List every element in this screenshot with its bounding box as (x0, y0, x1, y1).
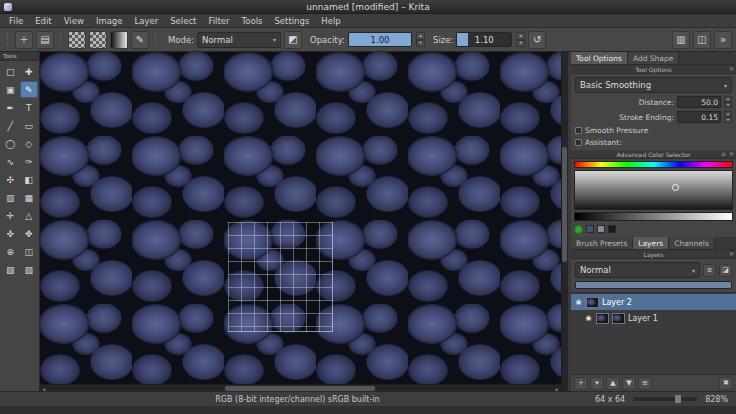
menu-filter[interactable]: Filter (202, 14, 235, 27)
menu-file[interactable]: File (3, 14, 29, 27)
history-color-swatch[interactable] (597, 225, 605, 233)
zoom-slider-thumb[interactable] (675, 395, 681, 403)
layers-dock-header[interactable]: Layers ✕ (571, 250, 736, 259)
rectangle-tool-icon[interactable]: ▭ (20, 117, 39, 134)
toolbar-overflow-button[interactable]: » (714, 31, 732, 49)
vertical-scrollbar[interactable] (561, 52, 568, 391)
spin-down-icon[interactable]: ▾ (724, 117, 732, 123)
assistant-tool-icon[interactable]: △ (20, 207, 39, 224)
fill-gradient-button[interactable] (110, 31, 128, 49)
add-layer-dropdown-icon[interactable]: ▾ (590, 377, 604, 390)
dock-menu-icon[interactable]: ≡ (721, 150, 726, 157)
size-slider[interactable]: 1.10 (456, 32, 512, 47)
polygon-tool-icon[interactable]: ◇ (20, 135, 39, 152)
layer-blend-mode-select[interactable]: Normal ▾ (575, 262, 700, 278)
tab-tool-options[interactable]: Tool Options (571, 52, 628, 64)
toolbar-grip3[interactable] (154, 32, 158, 47)
tab-channels[interactable]: Channels (669, 237, 715, 249)
layer-row[interactable]: ◉ Layer 2 (571, 294, 736, 310)
menu-layer[interactable]: Layer (129, 14, 165, 27)
calligraphy-tool-icon[interactable]: ✒ (1, 99, 20, 116)
menu-image[interactable]: Image (90, 14, 129, 27)
menu-edit[interactable]: Edit (29, 14, 57, 27)
reload-preset-button[interactable]: ↺ (528, 31, 546, 49)
open-document-button[interactable]: ▤ (36, 31, 54, 49)
visibility-eye-icon[interactable]: ◉ (574, 298, 583, 306)
alpha-lock-button[interactable]: α (703, 264, 716, 277)
line-tool-icon[interactable]: ╱ (1, 117, 20, 134)
blending-mode-select[interactable]: Normal ▾ (197, 32, 281, 48)
pattern-tool-icon[interactable]: ▦ (20, 189, 39, 206)
close-icon[interactable]: ✕ (729, 65, 734, 72)
spin-down-icon[interactable]: ▾ (724, 102, 732, 108)
move-layer-down-button[interactable]: ▼ (622, 377, 636, 390)
last-used-color-swatch[interactable] (574, 225, 583, 234)
inherit-alpha-button[interactable]: ◪ (719, 264, 732, 277)
delete-layer-button[interactable]: ✖ (719, 377, 733, 390)
new-document-button[interactable]: + (15, 31, 33, 49)
crop-tool-icon[interactable]: ▣ (1, 81, 20, 98)
spin-down-icon[interactable]: ▾ (516, 40, 525, 48)
menu-view[interactable]: View (58, 14, 90, 27)
rectangular-select-tool-icon[interactable]: ◫ (20, 243, 39, 260)
eraser-toggle-button[interactable]: ◩ (284, 31, 302, 49)
opacity-slider[interactable]: 1.00 (348, 32, 412, 47)
tool-options-dock-header[interactable]: Tool Options ✕ (571, 65, 736, 74)
shade-selector-square[interactable] (574, 170, 733, 210)
stroke-ending-input[interactable]: 0.15 (677, 111, 721, 123)
toolbar-grip[interactable] (6, 32, 10, 47)
multibrush-tool-icon[interactable]: ✣ (1, 171, 20, 188)
contiguous-select-tool-icon[interactable]: ▨ (20, 261, 39, 278)
move-layer-up-button[interactable]: ▲ (606, 377, 620, 390)
pattern-chooser-button[interactable] (89, 31, 107, 49)
bezier-curve-tool-icon[interactable]: ✑ (20, 153, 39, 170)
zoom-tool-icon[interactable]: ⊕ (1, 243, 20, 260)
text-tool-icon[interactable]: T (20, 99, 39, 116)
distance-input[interactable]: 50.0 (677, 96, 721, 108)
canvas[interactable]: ◂ ▸ (40, 52, 568, 391)
measure-tool-icon[interactable]: ✜ (1, 225, 20, 242)
smooth-pressure-checkbox[interactable] (575, 127, 582, 134)
mirror-view-button[interactable]: ◫ (693, 31, 711, 49)
add-layer-button[interactable]: + (574, 377, 588, 390)
zoom-slider[interactable] (633, 397, 697, 401)
fill-tool-icon[interactable]: ◧ (20, 171, 39, 188)
ellipse-tool-icon[interactable]: ◯ (1, 135, 20, 152)
hue-strip[interactable] (574, 161, 733, 168)
history-color-swatch[interactable] (608, 225, 616, 233)
outline-select-tool-icon[interactable]: ▧ (1, 261, 20, 278)
gradient-tool-icon[interactable]: ▥ (1, 189, 20, 206)
close-icon[interactable]: ✕ (729, 250, 734, 257)
menu-tools[interactable]: Tools (236, 14, 269, 27)
color-picker-tool-icon[interactable]: ✛ (1, 207, 20, 224)
move-tool-icon[interactable]: ✚ (20, 63, 39, 80)
tab-add-shape[interactable]: Add Shape (628, 52, 679, 64)
vertical-scrollbar-thumb[interactable] (562, 147, 567, 262)
menu-settings[interactable]: Settings (268, 14, 315, 27)
smoothing-mode-select[interactable]: Basic Smoothing ▾ (575, 77, 732, 93)
menu-help[interactable]: Help (315, 14, 346, 27)
tab-brush-presets[interactable]: Brush Presets (571, 237, 633, 249)
spin-up-icon[interactable]: ▴ (516, 32, 525, 40)
gradient-chooser-button[interactable] (68, 31, 86, 49)
assistant-checkbox[interactable] (575, 139, 582, 146)
workspace-chooser-button[interactable]: ▥ (672, 31, 690, 49)
layer-properties-button[interactable]: ≡ (638, 377, 652, 390)
menu-select[interactable]: Select (164, 14, 202, 27)
spin-down-icon[interactable]: ▾ (416, 40, 425, 48)
titlebar[interactable]: unnamed [modified] – Krita (0, 0, 736, 14)
pan-tool-icon[interactable]: ✥ (20, 225, 39, 242)
freehand-brush-tool-icon[interactable]: ✎ (20, 81, 39, 98)
horizontal-scrollbar[interactable]: ◂ ▸ (40, 384, 561, 391)
layer-row[interactable]: ◉ Layer 1 (581, 310, 736, 326)
history-color-swatch[interactable] (586, 225, 594, 233)
value-gradient-bar[interactable] (574, 212, 733, 221)
layer-opacity-slider[interactable] (575, 281, 732, 289)
spin-up-icon[interactable]: ▴ (416, 32, 425, 40)
transform-tool-icon[interactable]: □ (1, 63, 20, 80)
brush-editor-button[interactable]: ✎ (131, 31, 149, 49)
tab-layers[interactable]: Layers (633, 237, 669, 249)
polyline-tool-icon[interactable]: ∿ (1, 153, 20, 170)
close-icon[interactable]: ✕ (729, 150, 734, 157)
toolbar-grip2[interactable] (59, 32, 63, 47)
